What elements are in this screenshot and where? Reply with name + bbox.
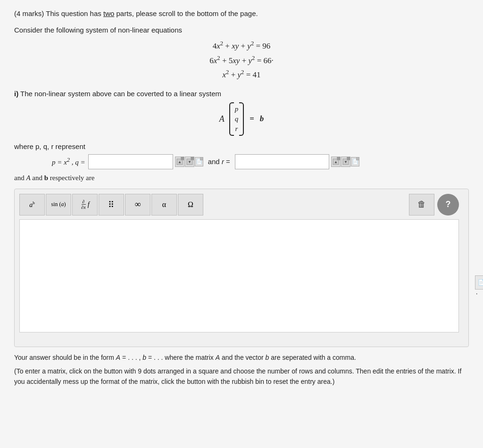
- svg-text:▲: ▲: [334, 160, 338, 164]
- svg-text:▲: ▲: [178, 160, 182, 164]
- deriv-icon: ∂ ∂x: [80, 199, 86, 210]
- q-icons: ▲ ▼ 📄: [175, 157, 203, 167]
- b-vector: b: [260, 114, 264, 124]
- matrix-entry-p: p: [235, 104, 239, 114]
- paren-matrix: p q r: [229, 102, 244, 136]
- superscript-button[interactable]: ab: [19, 194, 45, 216]
- matrix-entry-r: r: [235, 124, 238, 134]
- equals-sign: =: [250, 114, 254, 124]
- r-icons: ▲ ▼ 📄: [331, 157, 359, 167]
- sin-button[interactable]: sin (a): [46, 194, 71, 216]
- matrix-entry-q: q: [235, 114, 239, 124]
- part-i-text: i) The non-linear system above can be co…: [14, 90, 469, 98]
- note-dot: ·: [476, 290, 478, 298]
- and-ab-row: and A and b respectively are: [14, 174, 469, 182]
- toolbar: ab sin (a) ∂ ∂x f ⠿ ∞ α Ω 🗑 ?: [19, 194, 459, 216]
- pqr-row: p = x2 , q = ▲ ▼ 📄 and r = ▲ ▼ 📄: [14, 154, 469, 169]
- omega-button[interactable]: Ω: [178, 194, 203, 216]
- help-button[interactable]: ?: [437, 194, 459, 216]
- r-icon-3[interactable]: 📄: [351, 157, 359, 166]
- and-ab-text: and A and b respectively are: [14, 174, 94, 182]
- svg-text:▼: ▼: [188, 160, 192, 164]
- help-icon: ?: [446, 199, 451, 209]
- q-icon-1[interactable]: ▲: [175, 157, 184, 167]
- r-input-group: ▲ ▼ 📄: [235, 154, 359, 169]
- svg-text:▼: ▼: [344, 160, 348, 164]
- q-icon-3[interactable]: 📄: [195, 157, 203, 166]
- omega-icon: Ω: [188, 200, 193, 209]
- where-text: where p, q, r represent: [14, 142, 469, 150]
- intro-text: (4 marks) This question has two parts, p…: [14, 9, 469, 17]
- equation-1: 4x2 + xy + y2 = 96: [14, 39, 469, 53]
- p-formula: p = x2 , q =: [52, 157, 85, 166]
- consider-text: Consider the following system of non-lin…: [14, 26, 469, 34]
- infinity-button[interactable]: ∞: [125, 194, 150, 216]
- editor-area[interactable]: [19, 219, 459, 332]
- equation-2: 6x2 + 5xy + y2 = 66·: [14, 53, 469, 68]
- matrix-icon: ⠿: [108, 199, 115, 210]
- trash-button[interactable]: 🗑: [409, 194, 434, 216]
- matrix-button[interactable]: ⠿: [99, 194, 124, 216]
- r-icon-2[interactable]: ▼: [341, 157, 350, 167]
- and-r-label: and r =: [208, 158, 230, 166]
- q-input[interactable]: [88, 154, 173, 169]
- r-input[interactable]: [235, 154, 329, 169]
- side-note-area: 📄 ·: [475, 275, 483, 298]
- answer-hint: Your answer should be in the form A = . …: [14, 354, 469, 361]
- equation-3: x2 + y2 = 41: [14, 67, 469, 82]
- infinity-icon: ∞: [135, 199, 141, 209]
- q-icon-2[interactable]: ▼: [185, 157, 194, 167]
- superscript-icon: ab: [29, 200, 35, 209]
- matrix-equation: A p q r = b: [14, 102, 469, 136]
- q-input-group: ▲ ▼ 📄: [88, 154, 203, 169]
- equations-block: 4x2 + xy + y2 = 96 6x2 + 5xy + y2 = 66· …: [14, 39, 469, 82]
- alpha-icon: α: [162, 200, 166, 209]
- trash-icon: 🗑: [417, 199, 426, 209]
- sin-icon: sin (a): [51, 201, 66, 208]
- matrix-A-label: A: [219, 114, 225, 124]
- ab-section: ab sin (a) ∂ ∂x f ⠿ ∞ α Ω 🗑 ?: [14, 189, 469, 347]
- derivative-button[interactable]: ∂ ∂x f: [72, 194, 98, 216]
- instructions: (To enter a matrix, click on the button …: [14, 366, 469, 387]
- r-icon-1[interactable]: ▲: [331, 157, 341, 167]
- note-icon[interactable]: 📄: [475, 275, 483, 290]
- alpha-button[interactable]: α: [151, 194, 177, 216]
